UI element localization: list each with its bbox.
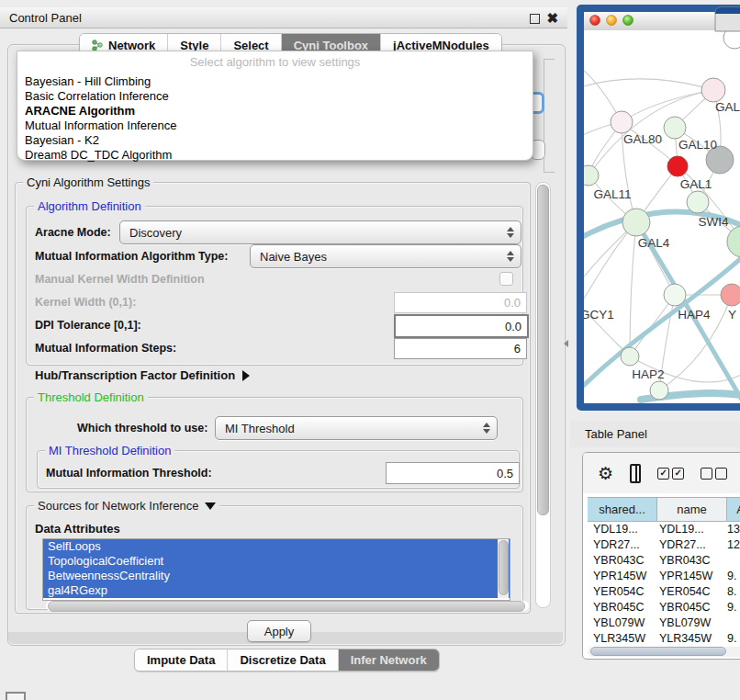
table-toolbar: ⚙ ✓✓: [583, 453, 740, 493]
algorithm-item-basic-correlation[interactable]: Basic Correlation Inference: [17, 89, 533, 104]
which-threshold-label: Which threshold to use:: [77, 422, 207, 435]
node[interactable]: [611, 111, 633, 133]
table-row[interactable]: YER054C YER054C 8.: [588, 583, 740, 599]
table-rows: YDL19... YDL19... 13 YDR27... YDR27... 1…: [588, 521, 740, 646]
table-header-row: shared... name A: [588, 497, 740, 522]
node[interactable]: [664, 284, 686, 306]
node-label: GAL10: [678, 138, 717, 152]
combo-spinner-icon: [507, 251, 514, 262]
algorithm-item-dream8[interactable]: Dream8 DC_TDC Algorithm: [17, 148, 533, 163]
node-label: SWI4: [698, 215, 728, 229]
algorithm-item-bayesian-hill-climbing[interactable]: Bayesian - Hill Climbing: [17, 74, 533, 89]
node-label: HAP2: [632, 367, 664, 381]
node-label: GAL1: [680, 177, 712, 191]
background-window-corner: [715, 7, 740, 31]
data-attributes-list[interactable]: SelfLoops TopologicalCoefficient Between…: [42, 538, 510, 601]
column-header-shared-name[interactable]: shared...: [588, 498, 657, 521]
gear-icon[interactable]: ⚙: [598, 463, 613, 484]
algorithm-item-bayesian-k2[interactable]: Bayesian - K2: [17, 133, 533, 148]
node[interactable]: [650, 381, 668, 400]
mi-type-label: Mutual Information Algorithm Type:: [35, 250, 228, 263]
node[interactable]: [664, 117, 686, 139]
node-label: GCY1: [580, 308, 614, 322]
settings-hscrollbar[interactable]: [46, 601, 529, 611]
attr-list-vscrollbar-thumb[interactable]: [499, 540, 509, 595]
mi-steps-field[interactable]: 6: [394, 338, 527, 359]
hub-definition-toggle[interactable]: Hub/Transcription Factor Definition: [35, 368, 250, 382]
column-header-partial[interactable]: A: [727, 498, 740, 521]
node-label: Y: [728, 308, 736, 322]
node[interactable]: [667, 156, 688, 176]
data-attributes-label: Data Attributes: [35, 522, 120, 536]
deselect-all-checks-icon[interactable]: [701, 468, 727, 480]
split-columns-icon[interactable]: [630, 464, 641, 483]
tab-discretize-data[interactable]: Discretize Data: [228, 649, 338, 671]
settings-hscrollbar-thumb[interactable]: [48, 601, 525, 612]
dpi-tolerance-field[interactable]: 0.0: [394, 314, 529, 338]
node[interactable]: [721, 284, 740, 306]
algorithm-item-aracne[interactable]: ARACNE Algorithm: [17, 104, 533, 119]
hub-definition-label: Hub/Transcription Factor Definition: [35, 368, 235, 382]
threshold-definition-title: Threshold Definition: [34, 390, 148, 404]
column-header-name[interactable]: name: [657, 498, 727, 521]
sources-group-title: Sources for Network Inference: [34, 499, 219, 513]
algorithm-item-mutual-information[interactable]: Mutual Information Inference: [17, 119, 533, 133]
node[interactable]: [687, 191, 709, 213]
node[interactable]: [701, 78, 725, 102]
node-label: GAL80: [623, 132, 662, 146]
mi-threshold-field[interactable]: 0.5: [386, 462, 520, 484]
select-all-checks-icon[interactable]: ✓✓: [657, 468, 684, 480]
combo-spinner-icon: [507, 227, 514, 238]
network-icon: [92, 40, 104, 51]
dpi-tolerance-label: DPI Tolerance [0,1]:: [35, 319, 141, 332]
minimize-window-icon[interactable]: [607, 16, 617, 26]
table-row[interactable]: YDR27... YDR27... 12: [588, 536, 740, 552]
list-item-gal4rgexp[interactable]: gal4RGexp: [43, 583, 510, 598]
table-row[interactable]: YPR145W YPR145W 9.: [588, 568, 740, 583]
settings-vscrollbar-thumb[interactable]: [537, 185, 549, 515]
close-panel-icon[interactable]: ✖: [546, 10, 558, 27]
list-item-selfloops[interactable]: SelfLoops: [43, 539, 510, 554]
control-panel-title: Control Panel: [9, 11, 82, 25]
mi-type-combo[interactable]: Naive Bayes: [250, 244, 521, 268]
table-panel-body: ⚙ ✓✓ shared... name A YDL19... YDL19... …: [582, 452, 740, 660]
table-panel-title: Table Panel: [585, 427, 647, 441]
table-row[interactable]: YLR345W YLR345W 9.: [588, 630, 740, 646]
list-item-betweennesscentrality[interactable]: BetweennessCentrality: [43, 569, 510, 583]
aracne-mode-value: Discovery: [129, 226, 182, 240]
mi-threshold-group-title: MI Threshold Definition: [45, 444, 174, 457]
cyni-algorithm-settings-title: Cyni Algorithm Settings: [23, 175, 153, 189]
close-window-icon[interactable]: [590, 16, 600, 26]
table-hscrollbar[interactable]: [588, 647, 740, 657]
node[interactable]: [621, 347, 639, 366]
table-row[interactable]: YBL079W YBL079W: [588, 615, 740, 630]
maximize-window-icon[interactable]: [623, 16, 633, 26]
tab-impute-data[interactable]: Impute Data: [135, 649, 228, 671]
manual-kernel-checkbox[interactable]: [499, 272, 513, 286]
bottom-tabbar: Impute Data Discretize Data Infer Networ…: [134, 649, 440, 672]
table-row[interactable]: YDL19... YDL19... 13: [588, 521, 740, 536]
settings-vscrollbar[interactable]: [535, 182, 551, 608]
apply-button[interactable]: Apply: [247, 620, 311, 642]
mi-steps-label: Mutual Information Steps:: [35, 342, 176, 355]
network-view-window[interactable]: GAL GAL80 GAL10 GAL1 GAL11 SWI4 GAL4 HAP…: [577, 5, 740, 411]
splitter-collapse-icon[interactable]: [564, 340, 568, 347]
which-threshold-combo[interactable]: MI Threshold: [215, 416, 498, 440]
list-item-topologicalcoefficient[interactable]: TopologicalCoefficient: [43, 554, 510, 569]
algorithm-popup-placeholder: Select algorithm to view settings: [17, 51, 533, 74]
node-label: GAL: [715, 100, 740, 114]
aracne-mode-combo[interactable]: Discovery: [119, 220, 521, 244]
tab-infer-network[interactable]: Infer Network: [339, 649, 439, 671]
expand-right-icon: [242, 370, 250, 381]
table-hscrollbar-thumb[interactable]: [590, 647, 726, 656]
attr-list-vscrollbar[interactable]: [498, 539, 509, 598]
node-label: GAL4: [638, 236, 670, 250]
collapse-down-icon[interactable]: [205, 502, 216, 510]
kernel-width-field[interactable]: 0.0: [394, 292, 527, 313]
table-row[interactable]: YBR045C YBR045C 9.: [588, 599, 740, 615]
table-row[interactable]: YBR043C YBR043C: [588, 552, 740, 568]
minimized-panel-icon[interactable]: [6, 692, 26, 700]
node[interactable]: [622, 209, 650, 236]
kernel-width-label: Kernel Width (0,1):: [35, 296, 136, 309]
float-window-icon[interactable]: [530, 13, 540, 27]
